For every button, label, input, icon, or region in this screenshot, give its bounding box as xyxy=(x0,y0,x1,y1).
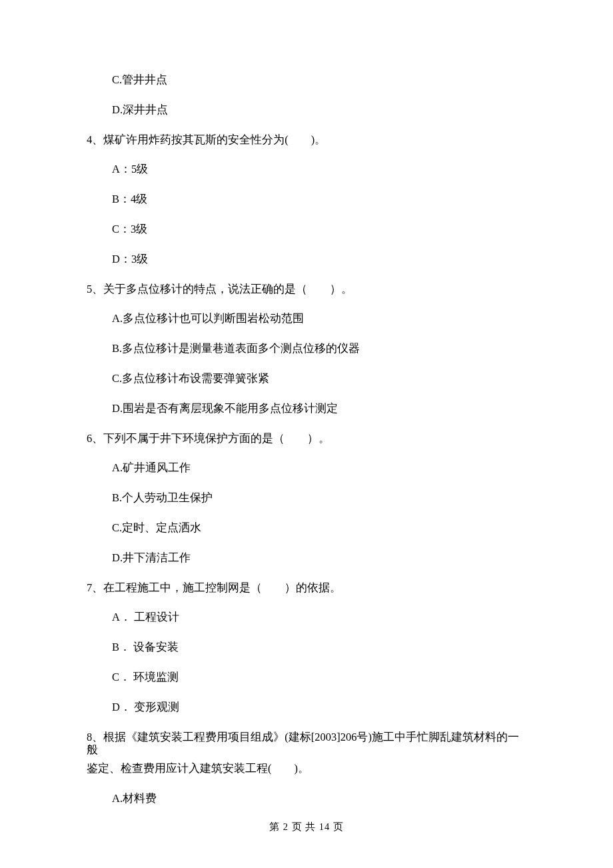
option-text: B.多点位移计是测量巷道表面多个测点位移的仪器 xyxy=(112,342,526,355)
question-stem: 5、关于多点位移计的特点，说法正确的是（ ）。 xyxy=(87,283,526,296)
option-text: A.矿井通风工作 xyxy=(112,461,526,475)
document-page: C.管井井点 D.深井井点 4、煤矿许用炸药按其瓦斯的安全性分为( )。 A：5… xyxy=(0,0,613,868)
question-stem-line: 8、根据《建筑安装工程费用项目组成》(建标[2003]206号)施工中手忙脚乱建… xyxy=(87,731,526,757)
page-footer: 第 2 页 共 14 页 xyxy=(0,821,613,833)
option-text: B． 设备安装 xyxy=(112,641,526,654)
option-text: A：5级 xyxy=(112,163,526,176)
option-text: A． 工程设计 xyxy=(112,611,526,624)
option-text: C.定时、定点洒水 xyxy=(112,521,526,535)
option-text: D.深井井点 xyxy=(112,103,526,117)
question-stem: 4、煤矿许用炸药按其瓦斯的安全性分为( )。 xyxy=(87,133,526,147)
option-text: D.井下清洁工作 xyxy=(112,551,526,565)
option-text: D． 变形观测 xyxy=(112,701,526,714)
option-text: B.个人劳动卫生保护 xyxy=(112,491,526,505)
option-text: B：4级 xyxy=(112,193,526,206)
option-text: D.围岩是否有离层现象不能用多点位移计测定 xyxy=(112,402,526,415)
question-stem: 7、在工程施工中，施工控制网是（ ）的依据。 xyxy=(87,581,526,595)
option-text: C.管井井点 xyxy=(112,73,526,87)
option-text: A.材料费 xyxy=(112,792,526,805)
option-text: A.多点位移计也可以判断围岩松动范围 xyxy=(112,312,526,325)
option-text: C.多点位移计布设需要弹簧张紧 xyxy=(112,372,526,385)
question-stem: 6、下列不属于井下环境保护方面的是（ ）。 xyxy=(87,432,526,445)
option-text: C：3级 xyxy=(112,223,526,236)
question-stem-line: 鉴定、检查费用应计入建筑安装工程( )。 xyxy=(87,762,526,775)
option-text: D：3级 xyxy=(112,253,526,266)
option-text: C． 环境监测 xyxy=(112,671,526,684)
